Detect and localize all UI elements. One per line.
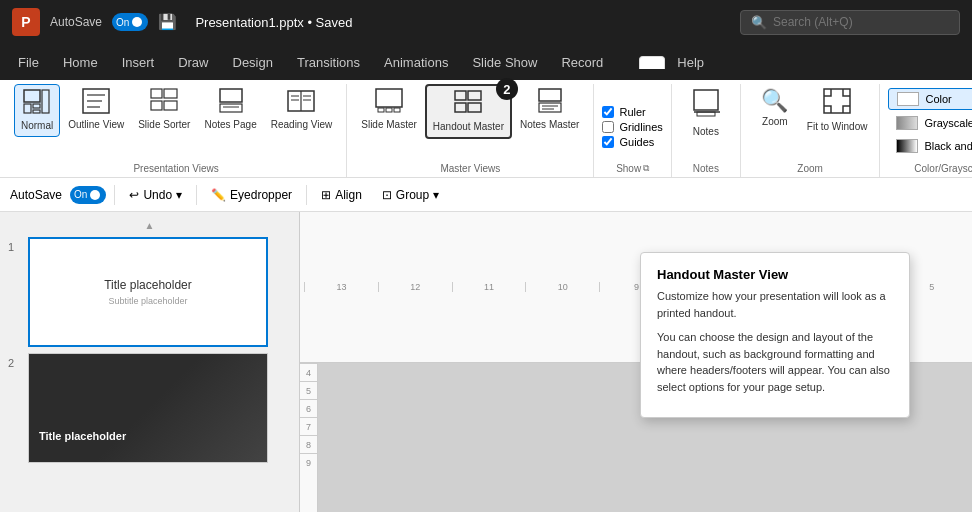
notes-page-icon bbox=[217, 88, 245, 117]
btn-notes-page[interactable]: Notes Page bbox=[198, 84, 262, 135]
tab-help[interactable]: Help bbox=[665, 49, 716, 76]
handout-master-icon bbox=[454, 90, 482, 119]
zoom-group-label: Zoom bbox=[793, 161, 827, 177]
presentation-views-label: Presentation Views bbox=[129, 161, 222, 177]
grayscale-swatch bbox=[896, 116, 918, 130]
search-input[interactable] bbox=[773, 15, 949, 29]
group-dropdown-icon[interactable]: ▾ bbox=[433, 188, 439, 202]
tab-slideshow[interactable]: Slide Show bbox=[460, 49, 549, 76]
svg-rect-29 bbox=[468, 103, 481, 112]
bw-swatch bbox=[896, 139, 918, 153]
checkbox-guides[interactable]: Guides bbox=[602, 136, 662, 148]
btn-notes-master[interactable]: Notes Master bbox=[514, 84, 585, 135]
scroll-up[interactable]: ▲ bbox=[8, 220, 291, 231]
slide-number-1: 1 bbox=[8, 241, 22, 253]
btn-black-and-white[interactable]: Black and White bbox=[888, 136, 972, 156]
btn-normal[interactable]: Normal bbox=[14, 84, 60, 137]
master-views-label: Master Views bbox=[436, 161, 504, 177]
checkbox-gridlines[interactable]: Gridlines bbox=[602, 121, 662, 133]
tab-transitions[interactable]: Transitions bbox=[285, 49, 372, 76]
tab-review[interactable] bbox=[615, 56, 639, 68]
svg-rect-22 bbox=[376, 89, 402, 107]
btn-fit-to-window[interactable]: Fit to Window bbox=[803, 84, 872, 137]
svg-rect-25 bbox=[394, 108, 400, 112]
qa-autosave-toggle[interactable]: On bbox=[70, 186, 106, 204]
btn-notes[interactable]: Notes bbox=[680, 84, 732, 142]
color-grayscale-label: Color/Grayscale bbox=[910, 161, 972, 177]
btn-handout-master[interactable]: 2 Handout Master bbox=[425, 84, 512, 139]
tab-animations[interactable]: Animations bbox=[372, 49, 460, 76]
v-ruler-9: 9 bbox=[300, 453, 317, 471]
notes-buttons: Notes bbox=[680, 84, 732, 161]
btn-color[interactable]: Color bbox=[888, 88, 972, 110]
btn-grayscale[interactable]: Grayscale bbox=[888, 113, 972, 133]
tab-view[interactable] bbox=[639, 56, 665, 69]
search-icon: 🔍 bbox=[751, 15, 767, 30]
slide-thumbnail-1: 1 Title placeholder Subtitle placeholder bbox=[8, 237, 291, 347]
normal-icon bbox=[23, 89, 51, 118]
btn-outline-view[interactable]: Outline View bbox=[62, 84, 130, 135]
notes-group-label: Notes bbox=[689, 161, 723, 177]
checkbox-ruler[interactable]: Ruler bbox=[602, 106, 662, 118]
undo-dropdown-icon[interactable]: ▾ bbox=[176, 188, 182, 202]
slide-1-title: Title placeholder bbox=[104, 278, 192, 292]
svg-rect-26 bbox=[455, 91, 466, 100]
btn-slide-master-label: Slide Master bbox=[361, 119, 417, 131]
tab-design[interactable]: Design bbox=[221, 49, 285, 76]
slide-sorter-icon bbox=[150, 88, 178, 117]
tooltip-text-2: You can choose the design and layout of … bbox=[657, 329, 893, 395]
qa-align-btn[interactable]: ⊞ Align bbox=[315, 185, 368, 205]
svg-rect-3 bbox=[33, 110, 40, 113]
group-icon: ⊡ bbox=[382, 188, 392, 202]
btn-slide-sorter[interactable]: Slide Sorter bbox=[132, 84, 196, 135]
canvas-area: 13 12 11 10 9 8 7 6 5 4 5 6 7 8 9 bbox=[300, 212, 972, 512]
tab-file[interactable]: File bbox=[6, 49, 51, 76]
canvas-body: 4 5 6 7 8 9 Handout Master View Customiz… bbox=[300, 363, 972, 513]
tab-record[interactable]: Record bbox=[549, 49, 615, 76]
ribbon-group-master-views: Slide Master 2 Handout Master Notes Mast… bbox=[347, 84, 594, 177]
ribbon-tabs: File Home Insert Draw Design Transitions… bbox=[0, 44, 972, 80]
show-expand-icon[interactable]: ⧉ bbox=[643, 163, 649, 174]
tab-insert[interactable]: Insert bbox=[110, 49, 167, 76]
reading-view-icon bbox=[287, 88, 315, 117]
badge-2: 2 bbox=[496, 78, 518, 100]
vertical-ruler: 4 5 6 7 8 9 bbox=[300, 363, 318, 513]
slide-thumb-1[interactable]: Title placeholder Subtitle placeholder bbox=[28, 237, 268, 347]
slide-thumb-2[interactable]: Title placeholder bbox=[28, 353, 268, 463]
zoom-icon: 🔍 bbox=[761, 88, 788, 114]
ruler-checkbox[interactable] bbox=[602, 106, 614, 118]
presentation-views-buttons: Normal Outline View Slide Sorter Notes P… bbox=[14, 84, 338, 161]
ribbon-group-presentation-views: Normal Outline View Slide Sorter Notes P… bbox=[6, 84, 347, 177]
tab-draw[interactable]: Draw bbox=[166, 49, 220, 76]
svg-rect-1 bbox=[24, 104, 31, 113]
svg-rect-12 bbox=[164, 101, 177, 110]
qa-separator-2 bbox=[196, 185, 197, 205]
svg-rect-34 bbox=[694, 90, 718, 110]
btn-reading-view-label: Reading View bbox=[271, 119, 333, 131]
guides-checkbox[interactable] bbox=[602, 136, 614, 148]
v-ruler-7: 7 bbox=[300, 417, 317, 435]
btn-slide-master[interactable]: Slide Master bbox=[355, 84, 423, 135]
tab-home[interactable]: Home bbox=[51, 49, 110, 76]
qa-toggle-state: On bbox=[74, 189, 87, 200]
svg-rect-2 bbox=[33, 104, 40, 108]
qa-group-btn[interactable]: ⊡ Group ▾ bbox=[376, 185, 445, 205]
btn-zoom-label: Zoom bbox=[762, 116, 788, 128]
show-checkboxes: Ruler Gridlines Guides bbox=[602, 92, 662, 161]
autosave-toggle[interactable]: On bbox=[112, 13, 148, 31]
ruler-mark-10: 10 bbox=[525, 282, 599, 292]
ribbon: Normal Outline View Slide Sorter Notes P… bbox=[0, 80, 972, 178]
gridlines-checkbox[interactable] bbox=[602, 121, 614, 133]
svg-rect-24 bbox=[386, 108, 392, 112]
btn-notes-page-label: Notes Page bbox=[204, 119, 256, 131]
btn-reading-view[interactable]: Reading View bbox=[265, 84, 339, 135]
btn-zoom[interactable]: 🔍 Zoom bbox=[749, 84, 801, 132]
qa-undo-btn[interactable]: ↩ Undo ▾ bbox=[123, 185, 188, 205]
qa-eyedropper-btn[interactable]: ✏️ Eyedropper bbox=[205, 185, 298, 205]
outline-view-icon bbox=[82, 88, 110, 117]
app-icon: P bbox=[12, 8, 40, 36]
btn-notes-master-label: Notes Master bbox=[520, 119, 579, 131]
search-box[interactable]: 🔍 bbox=[740, 10, 960, 35]
autosave-label: AutoSave bbox=[50, 15, 102, 29]
quick-access-bar: AutoSave On ↩ Undo ▾ ✏️ Eyedropper ⊞ Ali… bbox=[0, 178, 972, 212]
